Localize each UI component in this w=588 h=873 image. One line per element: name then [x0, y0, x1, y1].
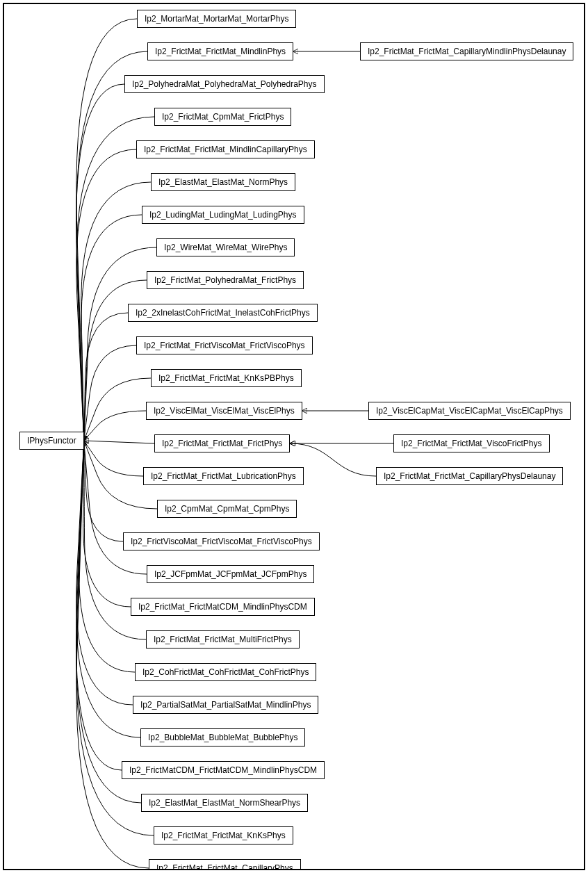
edge: [84, 411, 146, 441]
node-n18[interactable]: Ip2_FrictMat_FrictMatCDM_MindlinPhysCDM: [131, 598, 315, 616]
edge: [76, 84, 124, 441]
node-n11[interactable]: Ip2_FrictMat_FrictMat_KnKsPBPhys: [151, 369, 302, 387]
node-n7[interactable]: Ip2_WireMat_WireMat_WirePhys: [156, 238, 295, 256]
node-n25[interactable]: Ip2_FrictMat_FrictMat_KnKsPhys: [154, 826, 293, 845]
edge: [84, 313, 128, 441]
edge: [76, 441, 133, 705]
node-n2[interactable]: Ip2_PolyhedraMat_PolyhedraMat_PolyhedraP…: [124, 75, 325, 93]
node-n16[interactable]: Ip2_FrictViscoMat_FrictViscoMat_FrictVis…: [123, 532, 320, 550]
node-n22[interactable]: Ip2_BubbleMat_BubbleMat_BubblePhys: [140, 728, 305, 746]
node-r1[interactable]: Ip2_FrictMat_FrictMat_CapillaryMindlinPh…: [360, 42, 573, 60]
node-n20[interactable]: Ip2_CohFrictMat_CohFrictMat_CohFrictPhys: [135, 663, 316, 681]
node-n19[interactable]: Ip2_FrictMat_FrictMat_MultiFrictPhys: [146, 630, 300, 648]
node-n10[interactable]: Ip2_FrictMat_FrictViscoMat_FrictViscoPhy…: [136, 336, 313, 354]
node-n8[interactable]: Ip2_FrictMat_PolyhedraMat_FrictPhys: [147, 271, 304, 289]
node-n17[interactable]: Ip2_JCFpmMat_JCFpmMat_JCFpmPhys: [147, 565, 314, 583]
node-n1[interactable]: Ip2_FrictMat_FrictMat_MindlinPhys: [147, 42, 293, 60]
diagram-frame: IPhysFunctorIp2_MortarMat_MortarMat_Mort…: [3, 3, 585, 870]
node-r3[interactable]: Ip2_FrictMat_FrictMat_ViscoFrictPhys: [393, 434, 550, 452]
node-n12[interactable]: Ip2_ViscElMat_ViscElMat_ViscElPhys: [146, 402, 302, 420]
edge: [83, 441, 131, 607]
node-r4[interactable]: Ip2_FrictMat_FrictMat_CapillaryPhysDelau…: [376, 467, 563, 485]
edge: [84, 441, 143, 476]
node-n15[interactable]: Ip2_CpmMat_CpmMat_CpmPhys: [157, 500, 297, 518]
node-n6[interactable]: Ip2_LudingMat_LudingMat_LudingPhys: [142, 206, 304, 224]
node-root[interactable]: IPhysFunctor: [19, 432, 84, 450]
edge: [76, 441, 149, 868]
node-n5[interactable]: Ip2_ElastMat_ElastMat_NormPhys: [151, 173, 295, 191]
edge: [84, 378, 151, 441]
edge: [84, 345, 136, 441]
edge: [76, 441, 140, 737]
edge: [76, 149, 136, 441]
edge: [76, 441, 141, 803]
edge: [76, 441, 122, 770]
node-n0[interactable]: Ip2_MortarMat_MortarMat_MortarPhys: [137, 10, 296, 28]
node-n21[interactable]: Ip2_PartialSatMat_PartialSatMat_MindlinP…: [133, 696, 318, 714]
edge: [84, 441, 147, 574]
node-n14[interactable]: Ip2_FrictMat_FrictMat_LubricationPhys: [143, 467, 304, 485]
node-n24[interactable]: Ip2_ElastMat_ElastMat_NormShearPhys: [141, 794, 308, 812]
edge: [81, 215, 142, 441]
edge: [76, 51, 147, 441]
edge: [79, 441, 135, 672]
edge: [76, 117, 154, 441]
node-r2[interactable]: Ip2_ViscElCapMat_ViscElCapMat_ViscElCapP…: [368, 402, 571, 420]
edge: [84, 441, 154, 443]
edge: [84, 441, 123, 541]
node-n13[interactable]: Ip2_FrictMat_FrictMat_FrictPhys: [154, 434, 290, 452]
node-n4[interactable]: Ip2_FrictMat_FrictMat_MindlinCapillaryPh…: [136, 140, 315, 158]
node-n26[interactable]: Ip2_FrictMat_FrictMat_CapillaryPhys: [149, 859, 301, 870]
node-n3[interactable]: Ip2_FrictMat_CpmMat_FrictPhys: [154, 108, 291, 126]
node-n23[interactable]: Ip2_FrictMatCDM_FrictMatCDM_MindlinPhysC…: [122, 761, 325, 779]
node-n9[interactable]: Ip2_2xInelastCohFrictMat_InelastCohFrict…: [128, 304, 318, 322]
